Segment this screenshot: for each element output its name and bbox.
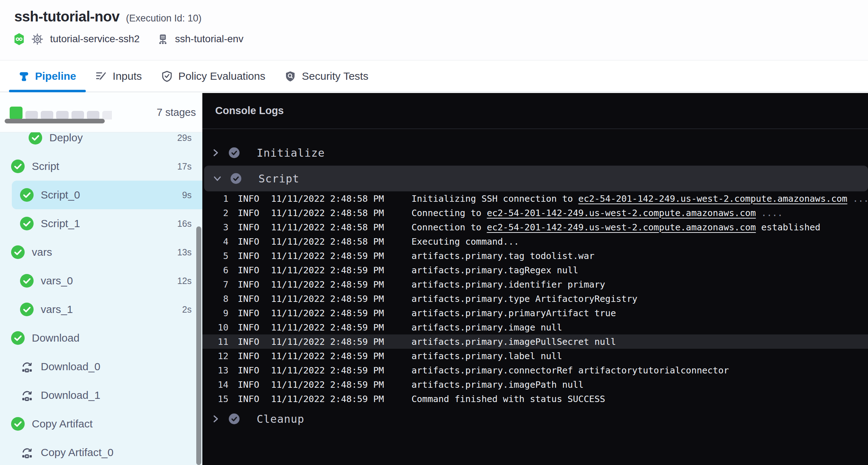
log-timestamp: 11/11/2022 2:48:59 PM [271,251,390,261]
log-line-number: 6 [202,265,228,275]
log-line: 6INFO11/11/2022 2:48:59 PMartifacts.prim… [202,263,868,277]
log-timestamp: 11/11/2022 2:48:58 PM [271,194,390,204]
log-text: artifacts.primary.connectorRef artifacto… [411,365,729,376]
stage-name: Deploy [49,132,177,144]
log-line-number: 3 [202,222,228,232]
stage-name: Copy Artifact_0 [41,446,192,459]
stage-row-script_0[interactable]: Script_09s [0,181,202,209]
log-text: artifacts.primary.image null [411,322,562,333]
log-text: Initializing SSH connection to [411,194,578,204]
log-level: INFO [238,394,261,404]
log-timestamp: 11/11/2022 2:48:58 PM [271,236,390,247]
console-body: InitializeScript1INFO11/11/2022 2:48:58 … [202,130,868,465]
stage-duration: 2s [182,304,192,315]
success-check-icon [20,274,34,288]
stage-row-download_1[interactable]: Download_1 [0,381,202,410]
stage-row-copy-artifact[interactable]: Copy Artifact [0,410,202,438]
console-panel: Console Logs InitializeScript1INFO11/11/… [202,93,868,465]
chevron-right-icon[interactable] [210,414,221,424]
retry-icon [20,446,34,459]
log-line-number: 15 [202,394,228,404]
log-line-number: 4 [202,236,228,247]
policy-shield-icon [161,70,173,82]
log-line: 8INFO11/11/2022 2:48:59 PMartifacts.prim… [202,292,868,306]
stage-progress-segment-pending [71,111,84,119]
chevron-down-icon[interactable] [212,174,223,183]
log-text: Command finished with status SUCCESS [411,394,605,404]
stage-row-download[interactable]: Download [0,324,202,352]
environment-name: ssh-tutorial-env [175,33,243,45]
success-check-icon [11,245,25,259]
content-area: 7 stages Deploy29sScript17sScript_09sScr… [0,93,868,465]
gear-icon [31,33,44,45]
log-timestamp: 11/11/2022 2:48:59 PM [271,337,390,347]
log-message: artifacts.primary.primaryArtifact true [411,308,616,318]
log-text: artifacts.primary.type ArtifactoryRegist… [411,294,637,304]
stage-duration: 12s [177,276,192,286]
success-check-icon [20,217,34,230]
console-check-icon [229,147,240,158]
log-timestamp: 11/11/2022 2:48:59 PM [271,351,390,361]
stage-row-deploy[interactable]: Deploy29s [0,132,202,152]
stage-row-vars[interactable]: vars13s [0,238,202,266]
log-message: artifacts.primary.label null [411,351,562,361]
stage-progress-segment-pending [41,111,53,119]
log-text: artifacts.primary.identifier primary [411,279,605,290]
stage-strip-scrollbar[interactable] [5,119,105,123]
environment-chip[interactable]: ssh-tutorial-env [157,33,243,45]
tab-policy-evaluations[interactable]: Policy Evaluations [152,61,275,92]
execution-page: ssh-tutorial-nov (Execution Id: 10) tuto… [0,0,868,465]
log-section-cleanup[interactable]: Cleanup [202,406,868,432]
log-hostname-link[interactable]: ec2-54-201-142-249.us-west-2.compute.ama… [487,208,756,218]
log-line: 9INFO11/11/2022 2:48:59 PMartifacts.prim… [202,306,868,320]
log-line-number: 5 [202,251,228,261]
tab-inputs[interactable]: Inputs [86,61,152,92]
environment-icon [157,33,169,45]
stage-name: Copy Artifact [32,418,192,430]
stage-progress-segment-success [10,107,23,119]
stage-row-download_0[interactable]: Download_0 [0,352,202,381]
tab-pipeline[interactable]: Pipeline [9,61,86,92]
stage-list-scrollbar[interactable] [196,226,201,465]
service-chip[interactable]: tutorial-service-ssh2 [14,33,140,45]
log-level: INFO [238,365,261,376]
log-text: Connecting to [411,208,487,218]
stage-row-copy-artifact_0[interactable]: Copy Artifact_0 [0,438,202,465]
log-line-number: 11 [202,337,228,347]
log-timestamp: 11/11/2022 2:48:59 PM [271,279,390,290]
stage-row-script_1[interactable]: Script_116s [0,209,202,238]
log-line: 15INFO11/11/2022 2:48:59 PMCommand finis… [202,392,868,406]
retry-icon [20,360,34,373]
page-header: ssh-tutorial-nov (Execution Id: 10) tuto… [0,0,868,60]
stage-progress-segment-pending [102,111,112,119]
console-check-icon [231,173,241,184]
log-line: 4INFO11/11/2022 2:48:58 PMExecuting comm… [202,234,868,249]
pipeline-icon [19,71,29,82]
log-message: Initializing SSH connection to ec2-54-20… [411,194,868,204]
log-message: artifacts.primary.connectorRef artifacto… [411,365,729,376]
stage-duration: 9s [182,190,192,200]
log-level: INFO [238,208,261,218]
log-level: INFO [238,194,261,204]
chevron-right-icon[interactable] [210,148,221,157]
log-text: artifacts.primary.label null [411,351,562,361]
log-message: Connecting to ec2-54-201-142-249.us-west… [411,208,783,218]
stage-row-vars_0[interactable]: vars_012s [0,266,202,295]
log-level: INFO [238,236,261,247]
tab-security-tests[interactable]: Security Tests [275,61,378,92]
stage-row-script[interactable]: Script17s [0,152,202,181]
stage-progress-segment-pending [56,111,69,119]
log-level: INFO [238,308,261,318]
stage-row-vars_1[interactable]: vars_12s [0,295,202,324]
log-message: Connection to ec2-54-201-142-249.us-west… [411,222,820,232]
log-line: 14INFO11/11/2022 2:48:59 PMartifacts.pri… [202,377,868,392]
log-hostname-link[interactable]: ec2-54-201-142-249.us-west-2.compute.ama… [487,222,756,232]
log-section-script[interactable]: Script [204,166,868,191]
log-hostname-link[interactable]: ec2-54-201-142-249.us-west-2.compute.ama… [578,194,848,204]
tab-label: Security Tests [302,70,368,82]
log-line: 13INFO11/11/2022 2:48:59 PMartifacts.pri… [202,363,868,377]
log-line: 5INFO11/11/2022 2:48:59 PMartifacts.prim… [202,249,868,263]
stage-name: Script_0 [41,189,182,201]
log-section-initialize[interactable]: Initialize [202,140,868,166]
log-line: 10INFO11/11/2022 2:48:59 PMartifacts.pri… [202,320,868,334]
